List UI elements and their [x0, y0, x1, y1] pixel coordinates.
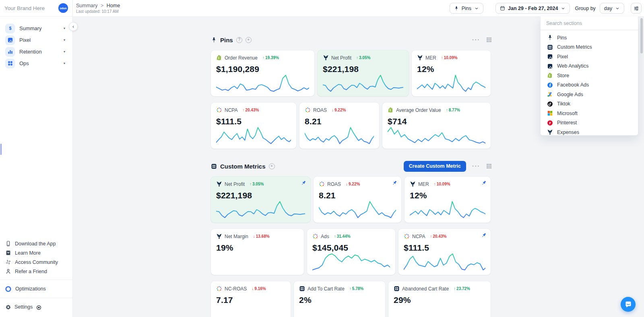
- metric-change: ↓9.22%: [332, 108, 346, 112]
- trend-arrow-icon: ↑: [441, 56, 443, 60]
- pins-dropdown-label: Pins: [462, 6, 471, 11]
- metric-card-order-revenue[interactable]: Order Revenue↑19.39%$1,190,289: [211, 50, 315, 97]
- metric-card-mer[interactable]: MER↑10.09%12%: [404, 176, 491, 223]
- panel-item-expenses[interactable]: Expenses: [541, 128, 638, 137]
- avatar[interactable]: odun: [58, 3, 68, 13]
- panel-item-custom-metrics[interactable]: Custom Metrics: [541, 43, 638, 52]
- panel-item-tiktok[interactable]: Tiktok: [541, 99, 638, 109]
- last-updated: Last updated: 10:17 AM: [76, 9, 119, 14]
- blend-icon: [312, 233, 318, 239]
- metric-name: Ads: [321, 234, 329, 239]
- shopify-icon: [388, 107, 394, 113]
- metric-change: ↓13.68%: [253, 234, 270, 239]
- divider: [0, 280, 72, 280]
- pinned-icon[interactable]: [392, 180, 397, 186]
- metric-card-net-profit[interactable]: Net Profit↑3.05%$221,198: [317, 50, 409, 97]
- metric-card-ncpa[interactable]: NCPA↑20.43%$111.5: [211, 102, 297, 149]
- panel-item-microsoft[interactable]: Microsoft: [541, 109, 638, 118]
- pinned-icon[interactable]: [481, 180, 487, 186]
- sidebar-item-refer-a-friend[interactable]: Refer a Friend: [0, 267, 72, 276]
- sidebar-item-ops[interactable]: Ops▾: [4, 58, 69, 69]
- drag-grid-icon[interactable]: [486, 163, 492, 169]
- metric-card-roas[interactable]: ROAS↓9.22%8.21: [299, 102, 380, 149]
- trend-arrow-icon: ↑: [430, 234, 432, 239]
- search-sections: [541, 16, 638, 30]
- pins-dropdown-button[interactable]: Pins: [450, 3, 483, 14]
- sparkline: [319, 200, 396, 218]
- group-by-value: day: [604, 6, 612, 11]
- metric-card-add-to-cart-rate[interactable]: Add To Cart Rate↑5.78%2%: [293, 281, 386, 317]
- add-metric-icon[interactable]: +: [269, 163, 275, 169]
- chat-button[interactable]: [621, 297, 636, 312]
- metric-card-ads[interactable]: Ads↑31.44%$145,045: [307, 228, 396, 275]
- sidebar-item-learn-more[interactable]: Learn More: [0, 248, 72, 257]
- page-scrollbar[interactable]: [640, 18, 643, 54]
- metric-card-ncpa[interactable]: NCPA↑20.43%$111.5: [398, 228, 491, 275]
- card-row: NCPA↑20.43%$111.5ROAS↓9.22%8.21Average O…: [211, 102, 492, 149]
- metric-value: $1,190,289: [216, 64, 309, 74]
- metric-value: $145,045: [312, 243, 390, 253]
- google-ads-icon: [547, 91, 553, 98]
- sidebar-item-access-community[interactable]: Access Community: [0, 257, 72, 267]
- community-icon: [5, 259, 11, 265]
- panel-item-pixel[interactable]: Pixel: [541, 52, 638, 62]
- panel-item-pins[interactable]: Pins: [541, 33, 638, 43]
- trend-arrow-icon: ↑: [434, 182, 436, 186]
- sidebar-item-retention[interactable]: Retention▾: [4, 46, 69, 58]
- pinned-icon[interactable]: [481, 233, 487, 238]
- sidebar-item-optimizations[interactable]: Optimizations: [0, 284, 72, 294]
- sections-settings-button[interactable]: [631, 3, 642, 14]
- shopify-icon: [216, 55, 222, 61]
- metric-value: 29%: [394, 295, 485, 305]
- panel-item-web-analytics[interactable]: Web Analytics: [541, 62, 638, 71]
- metric-card-net-profit[interactable]: Net Profit↑3.05%$221,198: [211, 176, 311, 223]
- sidebar-item-summary[interactable]: $Summary▾: [4, 23, 69, 34]
- panel-item-facebook-ads[interactable]: Facebook Ads: [541, 80, 638, 90]
- blend-icon: [216, 286, 222, 292]
- add-metric-icon[interactable]: +: [246, 37, 252, 43]
- drag-grid-icon[interactable]: [486, 37, 492, 43]
- date-range-label: Jan 29 - Feb 27, 2024: [508, 6, 558, 11]
- metric-value: 12%: [410, 191, 485, 200]
- pin-icon: [454, 6, 459, 11]
- tiktok-icon: [547, 101, 553, 107]
- chevron-down-icon: [615, 6, 620, 11]
- metric-card-abandoned-cart-rate[interactable]: Abandoned Cart Rate↑23.72%29%: [388, 281, 491, 317]
- group-by-select[interactable]: day: [600, 3, 624, 14]
- brand-name: Your Brand Here: [4, 5, 45, 11]
- sidebar-collapse-button[interactable]: ‹: [69, 22, 78, 31]
- whale-icon: [547, 129, 553, 136]
- create-custom-metric-button[interactable]: Create Custom Metric: [404, 161, 466, 172]
- whale-icon: [410, 181, 416, 187]
- metric-change: ↑5.78%: [349, 286, 363, 291]
- breadcrumb-summary[interactable]: Summary: [76, 3, 97, 8]
- chevron-down-icon: [561, 6, 566, 11]
- sidebar-item-settings[interactable]: Settings: [0, 302, 72, 312]
- panel-item-google-ads[interactable]: Google Ads: [541, 90, 638, 99]
- metric-card-roas[interactable]: ROAS↓9.22%8.21: [313, 176, 402, 223]
- date-range-button[interactable]: Jan 29 - Feb 27, 2024: [495, 3, 570, 14]
- panel-item-label: Microsoft: [557, 111, 578, 116]
- metric-card-mer[interactable]: MER↑10.09%12%: [411, 50, 491, 97]
- sidebar-item-pixel[interactable]: Pixel▾: [4, 34, 69, 46]
- whale-icon: [216, 181, 222, 187]
- metric-card-average-order-value[interactable]: Average Order Value↑8.77%$714: [382, 102, 491, 149]
- panel-item-store[interactable]: Store: [541, 71, 638, 80]
- metric-name: ROAS: [327, 181, 341, 187]
- metric-value: $111.5: [404, 243, 485, 253]
- help-icon[interactable]: ?: [236, 37, 242, 43]
- pinned-icon[interactable]: [301, 180, 306, 186]
- metric-card-nc-roas[interactable]: NC-ROAS↓9.16%7.17: [211, 281, 291, 317]
- metric-card-net-margin[interactable]: Net Margin↓13.68%19%: [211, 228, 304, 275]
- trend-arrow-icon: ↓: [332, 108, 334, 112]
- panel-item-pinterest[interactable]: PPinterest: [541, 118, 638, 128]
- more-options-icon[interactable]: ···: [472, 37, 480, 43]
- search-sections-input[interactable]: [541, 16, 638, 30]
- sidebar-item-download-the-app[interactable]: Download the App: [0, 239, 72, 248]
- breadcrumb-home[interactable]: Home: [107, 3, 120, 8]
- pixel-blue-icon: [5, 35, 15, 45]
- metric-name: Abandoned Cart Rate: [402, 286, 449, 292]
- chevron-down-icon: [474, 6, 479, 11]
- custom-metrics-section-title: Custom Metrics: [220, 163, 266, 170]
- more-options-icon[interactable]: ···: [472, 163, 480, 169]
